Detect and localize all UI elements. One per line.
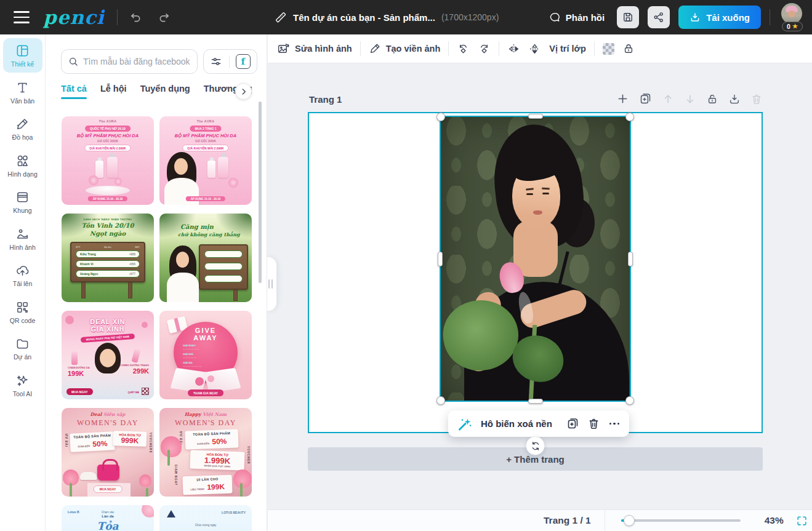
template-title: chứ không căng thẳng xyxy=(178,231,240,238)
remove-background-button[interactable]: Hô biến xoá nền xyxy=(481,418,552,429)
template-thumbnail[interactable]: DEAL XỊN GIÁ XINH MỪNG NGÀY PHỤ NỮ VIỆT … xyxy=(62,311,154,399)
add-page-button[interactable] xyxy=(616,92,629,105)
more-options-button[interactable] xyxy=(608,420,621,428)
search-box[interactable] xyxy=(61,49,198,74)
template-grid: The AURA QUỐC TẾ PHỤ NỮ 20.10 BỘ MỸ PHẨM… xyxy=(62,116,252,531)
redo-button[interactable] xyxy=(155,7,174,27)
sidebar-item-label: Khung xyxy=(13,207,31,214)
transparency-button[interactable] xyxy=(603,43,614,55)
resize-handle-top-left[interactable] xyxy=(436,113,445,121)
sidebar-item-khung[interactable]: Khung xyxy=(3,185,42,219)
sidebar-item-thiet-ke[interactable]: Thiết kế xyxy=(3,38,42,73)
template-thumbnail[interactable]: Căng mịn chứ không căng thẳng xyxy=(159,214,252,302)
tabs-scroll-button[interactable] xyxy=(235,83,252,100)
undo-button[interactable] xyxy=(126,7,146,27)
flower xyxy=(115,178,122,185)
download-button[interactable]: Tải xuống xyxy=(678,6,761,29)
template-thumbnail[interactable]: DANH SÁCH 'NÀNG' NHẬN THƯỞNG Tôn Vinh 20… xyxy=(62,214,154,302)
lock-button[interactable] xyxy=(622,42,635,55)
sidebar-item-do-hoa[interactable]: Đồ họa xyxy=(3,111,42,146)
project-title-group[interactable]: Tên dự án của bạn - Sản phẩm... (1700x12… xyxy=(275,0,499,34)
arrow-up-icon xyxy=(662,93,674,105)
swap-page-button[interactable] xyxy=(526,436,545,455)
offer-card: TOÀN BỘ SẢN PHẨM GIẢM ĐẾN 50% xyxy=(70,431,115,452)
tab-tuyen-dung[interactable]: Tuyển dụng xyxy=(140,84,190,99)
app-logo[interactable]: penci xyxy=(43,6,105,28)
facebook-button[interactable]: f xyxy=(236,54,251,69)
project-dimensions: (1700x1200px) xyxy=(441,12,499,22)
template-thumbnail[interactable]: Lotus B Chạm vào Làn da Tỏa xyxy=(62,505,154,531)
price: 199K xyxy=(68,370,84,377)
resize-handle-bottom-left[interactable] xyxy=(436,396,445,405)
save-button[interactable] xyxy=(617,6,639,28)
selected-image[interactable] xyxy=(441,117,630,401)
cta-label: MUA NGAY xyxy=(66,388,93,395)
resize-handle-top[interactable] xyxy=(528,114,543,119)
panel-scrollbar[interactable] xyxy=(259,102,262,283)
template-thumbnail[interactable]: LOTUS BEAUTY Chúc mừng ngày xyxy=(159,505,252,531)
project-title[interactable]: Tên dự án của bạn - Sản phẩm... xyxy=(293,12,435,23)
zoom-slider-track[interactable] xyxy=(621,519,741,522)
template-thumbnail[interactable]: Happy Việt Nam WOMEN'S DAY ƯU ĐÃI VOUCHE… xyxy=(159,408,252,497)
create-border-button[interactable]: Tạo viền ảnh xyxy=(369,42,441,55)
layer-position-button[interactable]: Vị trí lớp xyxy=(549,44,585,54)
sidebar-item-van-ban[interactable]: Văn bản xyxy=(3,75,42,110)
move-page-up-button[interactable] xyxy=(662,93,674,105)
move-page-down-button[interactable] xyxy=(684,93,696,105)
tab-tat-ca[interactable]: Tất cả xyxy=(61,84,87,99)
flip-vertical-button[interactable] xyxy=(528,42,541,55)
template-thumbnail[interactable]: The AURA QUỐC TẾ PHỤ NỮ 20.10 BỘ MỸ PHẨM… xyxy=(62,116,154,205)
duplicate-page-button[interactable] xyxy=(639,92,652,105)
resize-handle-bottom[interactable] xyxy=(528,399,543,404)
sidebar-item-tool-ai[interactable]: Tool AI xyxy=(3,368,42,402)
download-page-button[interactable] xyxy=(728,93,741,105)
template-footer: ÁP DỤNG 15.10 - 20.10 xyxy=(88,196,127,201)
template-thumbnail[interactable]: The AURA MUA 2 TẶNG 1 BỘ MỸ PHẨM PHỤC HỒ… xyxy=(159,116,252,205)
divider xyxy=(605,510,605,531)
resize-handle-bottom-right[interactable] xyxy=(625,396,634,405)
zoom-slider[interactable] xyxy=(621,515,741,526)
template-thumbnail[interactable]: GIVE AWAY GIẢI NHẤT: — — — — — — GIẢI NH… xyxy=(159,311,252,399)
side-label: VOUCHERS xyxy=(149,433,152,453)
resize-handle-right[interactable] xyxy=(628,252,633,266)
flower xyxy=(89,175,98,185)
podium xyxy=(86,186,130,195)
sidebar-item-qr-code[interactable]: QR code xyxy=(3,295,42,329)
flip-horizontal-button[interactable] xyxy=(507,42,520,55)
delete-layer-button[interactable] xyxy=(587,417,600,430)
search-input[interactable] xyxy=(83,57,191,66)
filter-icon xyxy=(210,55,222,68)
sidebar-item-tai-len[interactable]: Tải lên xyxy=(3,258,42,292)
left-sidebar: Thiết kế Văn bản Đồ họa Hình dạng Khung … xyxy=(0,34,46,531)
template-title: Ngọt ngào xyxy=(62,230,154,237)
create-border-label: Tạo viền ảnh xyxy=(386,44,441,54)
edit-image-button[interactable]: Sửa hình ảnh xyxy=(277,42,352,55)
lock-page-button[interactable] xyxy=(706,93,718,105)
sidebar-item-du-an[interactable]: Dự án xyxy=(3,331,42,365)
trash-icon xyxy=(750,93,763,105)
menu-icon[interactable] xyxy=(14,11,30,23)
share-button[interactable] xyxy=(648,6,670,28)
canvas-page[interactable] xyxy=(308,112,763,433)
filter-button[interactable] xyxy=(210,55,222,68)
template-thumbnail[interactable]: Deal Siêu sập WOMEN'S DAY ƯU ĐÃI VOUCHER… xyxy=(62,408,154,497)
duplicate-layer-button[interactable] xyxy=(566,417,579,430)
portrait-photo[interactable] xyxy=(441,117,630,401)
divider xyxy=(360,41,361,56)
resize-handle-top-right[interactable] xyxy=(625,113,634,121)
rotate-left-button[interactable] xyxy=(457,42,470,55)
cta-label: MUA NGAY xyxy=(94,485,123,493)
zoom-slider-knob[interactable] xyxy=(624,515,635,526)
download-label: Tải xuống xyxy=(706,12,750,23)
template-text: Chúc mừng ngày xyxy=(159,524,252,527)
delete-page-button[interactable] xyxy=(750,93,763,105)
fullscreen-button[interactable] xyxy=(796,515,808,527)
user-avatar[interactable]: 0★ xyxy=(781,3,803,31)
rotate-right-button[interactable] xyxy=(478,42,491,55)
sidebar-item-hinh-anh[interactable]: Hình ảnh xyxy=(3,222,42,256)
sidebar-item-hinh-dang[interactable]: Hình dạng xyxy=(3,148,42,183)
tab-le-hoi[interactable]: Lễ hội xyxy=(100,84,127,99)
resize-handle-left[interactable] xyxy=(438,252,443,266)
feedback-button[interactable]: Phản hồi xyxy=(549,11,605,23)
page-title[interactable]: Trang 1 xyxy=(309,94,342,105)
